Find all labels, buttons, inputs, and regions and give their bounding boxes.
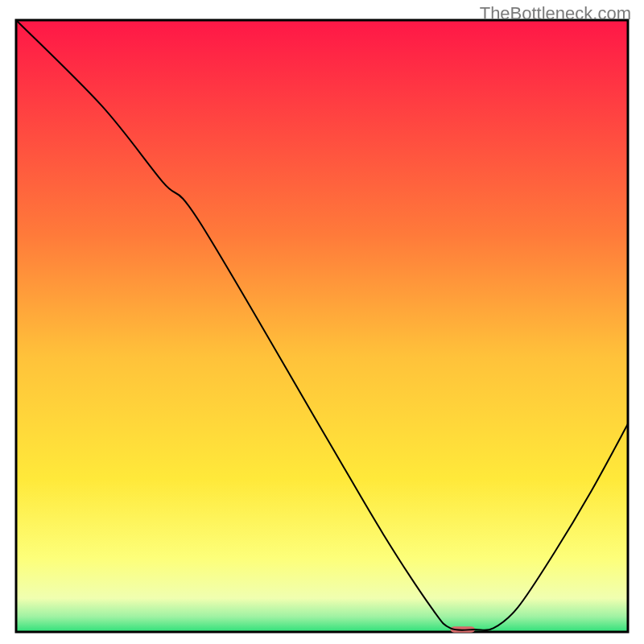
watermark-label: TheBottleneck.com bbox=[480, 3, 631, 24]
chart-container: TheBottleneck.com bbox=[0, 0, 644, 644]
bottleneck-chart bbox=[0, 0, 644, 644]
